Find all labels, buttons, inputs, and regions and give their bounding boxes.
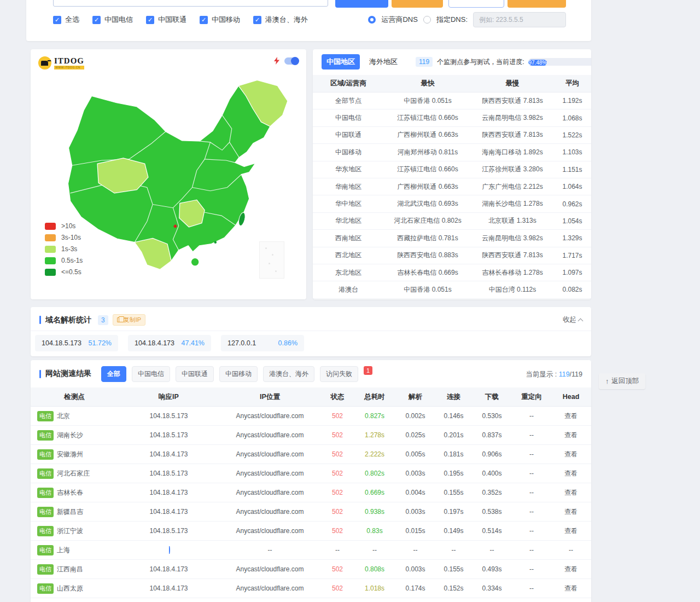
- results-col-header: 下载: [471, 392, 512, 402]
- node-name: 河北石家庄: [57, 469, 90, 478]
- dns-ip-chip[interactable]: 104.18.5.17351.72%: [35, 335, 118, 351]
- results-col-header: 解析: [395, 392, 436, 402]
- result-row[interactable]: 电信北京104.18.5.173Anycast/cloudflare.com50…: [31, 407, 591, 426]
- region-fastest: 湖北武汉电信 0.693s: [384, 199, 471, 209]
- region-row[interactable]: 全部节点中国香港 0.051s陕西西安联通 7.813s1.192s: [313, 92, 591, 109]
- head-view-link[interactable]: 查看: [551, 565, 591, 574]
- redirect-value: --: [512, 508, 551, 516]
- region-row[interactable]: 港澳台中国香港 0.051s中国台湾 0.112s0.082s: [313, 281, 591, 298]
- carrier-badge: 电信: [37, 507, 54, 517]
- result-row[interactable]: 电信河北石家庄104.18.5.173Anycast/cloudflare.co…: [31, 464, 591, 483]
- node-cell: 电信河北石家庄: [31, 468, 118, 479]
- status-code: 502: [320, 584, 354, 592]
- dns-ip-chip[interactable]: 104.18.4.17347.41%: [128, 335, 211, 351]
- copy-ip-button[interactable]: 复制IP: [113, 314, 145, 326]
- region-row[interactable]: 华中地区湖北武汉电信 0.693s湖南长沙电信 1.278s0.962s: [313, 195, 591, 212]
- url-input[interactable]: [53, 0, 328, 7]
- dns-stats-title: 域名解析统计: [45, 315, 91, 325]
- outline-action-button[interactable]: [448, 0, 504, 8]
- region-row[interactable]: 华北地区河北石家庄电信 0.802s北京联通 1.313s1.054s: [313, 213, 591, 230]
- result-filters: 全部中国电信中国联通中国移动港澳台、海外访问失败1: [101, 366, 372, 382]
- legend-label: 1s-3s: [61, 245, 77, 253]
- dns-ip-percent: 47.41%: [182, 339, 205, 347]
- ip-location: Anycast/cloudflare.com: [219, 508, 320, 516]
- total-time: 0.802s: [354, 470, 395, 477]
- region-avg: 0.082s: [553, 286, 591, 293]
- result-row[interactable]: 电信安徽滁州104.18.4.173Anycast/cloudflare.com…: [31, 445, 591, 464]
- carrier-checkbox[interactable]: ✓中国联通: [146, 15, 186, 25]
- custom-dns-input[interactable]: [473, 12, 566, 27]
- head-view-link[interactable]: 查看: [551, 431, 591, 440]
- region-row[interactable]: 中国联通广西柳州联通 0.663s陕西西安联通 7.813s1.522s: [313, 127, 591, 144]
- region-row[interactable]: 西北地区陕西西安电信 0.883s陕西西安联通 7.813s1.717s: [313, 247, 591, 264]
- carrier-checkbox[interactable]: ✓全选: [53, 15, 79, 25]
- region-row[interactable]: 东北地区吉林长春电信 0.669s吉林长春移动 1.278s1.097s: [313, 264, 591, 281]
- result-row[interactable]: 电信吉林长春104.18.4.173Anycast/cloudflare.com…: [31, 483, 591, 502]
- collapse-button[interactable]: 收起: [563, 315, 582, 325]
- display-count: 当前显示 : 119/119: [526, 370, 582, 379]
- region-row[interactable]: 中国移动河南郑州移动 0.811s海南海口移动 1.892s1.103s: [313, 144, 591, 161]
- head-view-link[interactable]: 查看: [551, 526, 591, 536]
- lightning-icon: [273, 57, 280, 65]
- region-avg: 1.103s: [553, 148, 591, 156]
- region-slowest: 广东广州电信 2.212s: [471, 182, 553, 192]
- head-view-link[interactable]: 查看: [551, 488, 591, 497]
- result-row[interactable]: 电信山西太原104.18.4.173Anycast/cloudflare.com…: [31, 579, 591, 598]
- carrier-dns-radio[interactable]: [368, 16, 376, 24]
- map-hainan: [191, 258, 199, 266]
- region-slowest: 江苏徐州联通 3.280s: [471, 165, 553, 174]
- total-time: 0.669s: [354, 489, 395, 496]
- result-filter-button[interactable]: 访问失败: [320, 366, 358, 382]
- head-view-link[interactable]: 查看: [551, 469, 591, 478]
- back-to-top-button[interactable]: ↑ 返回顶部: [599, 373, 645, 389]
- tab-overseas-region[interactable]: 海外地区: [364, 54, 402, 70]
- result-row[interactable]: 电信浙江宁波104.18.5.173Anycast/cloudflare.com…: [31, 522, 591, 541]
- result-filter-button[interactable]: 港澳台、海外: [263, 366, 314, 382]
- speed-results-card: 网站测速结果 全部中国电信中国联通中国移动港澳台、海外访问失败1 当前显示 : …: [31, 360, 591, 602]
- response-ip: 104.18.4.173: [118, 508, 219, 516]
- tab-china-region[interactable]: 中国地区: [322, 54, 360, 70]
- custom-dns-radio[interactable]: [423, 16, 431, 24]
- head-view-link: --: [551, 546, 591, 554]
- result-filter-active[interactable]: 全部: [101, 366, 126, 382]
- secondary-action-button[interactable]: [392, 0, 443, 8]
- ip-location: Anycast/cloudflare.com: [219, 489, 320, 496]
- arrow-up-icon: ↑: [605, 378, 609, 385]
- region-stats-card: 中国地区 海外地区 119 个监测点参与测试，当前进度: 97.48% 区域/运…: [313, 49, 591, 299]
- tertiary-action-button[interactable]: [508, 0, 566, 8]
- head-view-link[interactable]: 查看: [551, 450, 591, 459]
- region-slowest: 海南海口移动 1.892s: [471, 148, 553, 157]
- map-hongkong-dot: [214, 241, 217, 244]
- result-row[interactable]: 电信上海----------------: [31, 541, 591, 560]
- head-view-link[interactable]: 查看: [551, 584, 591, 593]
- region-row[interactable]: 华南地区广西柳州联通 0.663s广东广州电信 2.212s1.064s: [313, 178, 591, 195]
- result-filter-button[interactable]: 中国电信: [132, 366, 170, 382]
- map-toggle-switch[interactable]: [284, 57, 299, 65]
- head-view-link[interactable]: 查看: [551, 507, 591, 517]
- carrier-badge: 电信: [37, 488, 54, 498]
- ip-location: --: [219, 546, 320, 554]
- test-button[interactable]: [335, 0, 388, 8]
- result-row[interactable]: 电信新疆昌吉104.18.4.173Anycast/cloudflare.com…: [31, 502, 591, 522]
- region-row[interactable]: 华东地区江苏镇江电信 0.660s江苏徐州联通 3.280s1.151s: [313, 161, 591, 178]
- result-filter-button[interactable]: 中国联通: [176, 366, 214, 382]
- dns-ip-chip[interactable]: 127.0.0.10.86%: [221, 335, 304, 351]
- region-row[interactable]: 西南地区西藏拉萨电信 0.781s云南昆明电信 3.982s1.329s: [313, 230, 591, 247]
- carrier-checkbox[interactable]: ✓港澳台、海外: [253, 15, 308, 25]
- region-slowest: 云南昆明电信 3.982s: [471, 113, 553, 123]
- result-row[interactable]: 电信湖南长沙104.18.5.173Anycast/cloudflare.com…: [31, 426, 591, 445]
- carrier-checkbox[interactable]: ✓中国电信: [92, 15, 133, 25]
- dns-ip-percent: 51.72%: [89, 339, 112, 347]
- region-fastest: 中国香港 0.051s: [384, 96, 471, 106]
- status-code: 502: [320, 412, 354, 420]
- region-avg: 1.054s: [553, 217, 591, 225]
- region-row[interactable]: 中国电信江苏镇江电信 0.660s云南昆明电信 3.982s1.068s: [313, 109, 591, 126]
- head-view-link[interactable]: 查看: [551, 412, 591, 421]
- carrier-badge: 电信: [37, 545, 54, 555]
- result-filter-button[interactable]: 中国移动: [219, 366, 258, 382]
- result-row[interactable]: 电信江西南昌104.18.4.173Anycast/cloudflare.com…: [31, 560, 591, 579]
- carrier-checkbox[interactable]: ✓中国移动: [200, 15, 240, 25]
- download-time: 0.493s: [471, 565, 512, 573]
- region-name: 中国电信: [313, 113, 384, 123]
- checkbox-check-icon: ✓: [253, 16, 261, 24]
